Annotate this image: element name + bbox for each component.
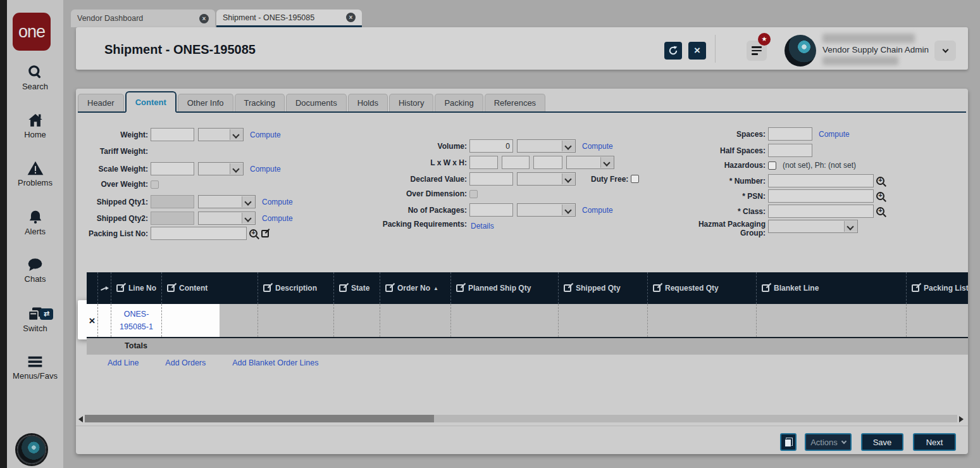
hazmat-number-input[interactable]	[768, 174, 874, 187]
grid-header-content[interactable]: Content	[162, 272, 258, 304]
grid-header-line-no[interactable]: Line No	[111, 272, 162, 304]
length-input[interactable]	[469, 156, 498, 169]
declared-value-currency-select[interactable]	[517, 172, 576, 186]
tab-header[interactable]: Header	[78, 94, 124, 111]
sidebar-item-problems[interactable]: Problems	[7, 160, 63, 187]
grid-header-shipped-qty[interactable]: Shipped Qty	[559, 272, 648, 304]
grid-row[interactable]: × ONES-195085-1	[87, 304, 968, 338]
window-tab-vendor-dashboard[interactable]: Vendor Dashboard ×	[71, 9, 215, 27]
edit-column-icon[interactable]	[653, 284, 661, 292]
refresh-button[interactable]	[664, 42, 682, 60]
next-button[interactable]: Next	[913, 433, 956, 451]
scale-weight-input[interactable]	[151, 162, 194, 175]
volume-compute-link[interactable]: Compute	[582, 142, 613, 151]
packing-list-lookup-icon[interactable]	[249, 229, 257, 237]
scrollbar-thumb[interactable]	[85, 415, 434, 422]
grid-header-description[interactable]: Description	[258, 272, 334, 304]
close-tab-icon[interactable]: ×	[346, 13, 356, 22]
height-input[interactable]	[533, 156, 562, 169]
actions-button[interactable]: Actions	[805, 433, 852, 451]
edit-column-icon[interactable]	[385, 284, 393, 292]
class-input[interactable]	[768, 205, 874, 218]
shipped-qty2-uom-select[interactable]	[198, 212, 256, 225]
sidebar-item-home[interactable]: Home	[7, 111, 63, 139]
edit-column-icon[interactable]	[167, 284, 175, 292]
width-input[interactable]	[502, 156, 530, 169]
sidebar-item-chats[interactable]: Chats	[7, 256, 63, 284]
tab-history[interactable]: History	[389, 94, 433, 111]
scroll-left-arrow-icon[interactable]	[78, 416, 83, 422]
tab-documents[interactable]: Documents	[286, 94, 347, 111]
edit-column-icon[interactable]	[263, 284, 271, 292]
add-blanket-order-lines-link[interactable]: Add Blanket Order Lines	[232, 358, 318, 367]
tab-holds[interactable]: Holds	[348, 94, 388, 111]
save-button[interactable]: Save	[861, 433, 903, 451]
horizontal-scrollbar[interactable]	[78, 414, 964, 423]
edit-column-icon[interactable]	[116, 284, 124, 292]
packing-list-open-icon[interactable]	[261, 230, 269, 237]
delete-row-icon[interactable]: ×	[89, 315, 96, 326]
close-tab-icon[interactable]: ×	[199, 14, 209, 23]
tab-content[interactable]: Content	[125, 91, 177, 113]
volume-input[interactable]: 0	[469, 139, 513, 153]
line-no-link[interactable]: ONES-195085-1	[117, 308, 156, 333]
sidebar-item-alerts[interactable]: Alerts	[7, 208, 63, 236]
close-page-button[interactable]: ×	[688, 42, 706, 60]
window-tab-shipment[interactable]: Shipment - ONES-195085 ×	[216, 9, 362, 27]
switch-badge-icon[interactable]: ⇄	[40, 308, 53, 320]
shipped-qty1-compute-link[interactable]: Compute	[262, 198, 293, 206]
edit-column-icon[interactable]	[912, 284, 919, 292]
copy-document-button[interactable]	[780, 433, 797, 451]
class-lookup-icon[interactable]	[876, 207, 884, 215]
weight-input[interactable]	[151, 128, 194, 141]
duty-free-checkbox[interactable]	[631, 175, 639, 183]
grid-header-packing-list-no[interactable]: Packing List No	[907, 272, 968, 304]
scale-weight-compute-link[interactable]: Compute	[250, 165, 281, 174]
user-menu-button[interactable]	[934, 41, 956, 61]
weight-compute-link[interactable]: Compute	[250, 130, 281, 139]
scroll-right-arrow-icon[interactable]	[959, 416, 964, 422]
lwh-uom-select[interactable]	[566, 156, 614, 169]
add-orders-link[interactable]: Add Orders	[165, 358, 206, 367]
no-of-packages-compute-link[interactable]: Compute	[582, 206, 613, 215]
psn-input[interactable]	[768, 189, 874, 203]
shipped-qty2-compute-link[interactable]: Compute	[262, 214, 293, 223]
grid-header-planned-ship-qty[interactable]: Planned Ship Qty	[451, 272, 559, 304]
psn-lookup-icon[interactable]	[876, 192, 884, 200]
sidebar-item-search[interactable]: Search	[7, 63, 63, 91]
spaces-compute-link[interactable]: Compute	[819, 130, 850, 139]
hazardous-checkbox[interactable]	[768, 161, 776, 170]
no-of-packages-input[interactable]	[469, 203, 513, 217]
packing-list-no-input[interactable]	[151, 227, 247, 240]
edit-column-icon[interactable]	[339, 284, 347, 292]
one-logo[interactable]: one	[13, 13, 51, 51]
declared-value-input[interactable]	[469, 172, 513, 186]
tab-other-info[interactable]: Other Info	[178, 94, 233, 111]
spaces-input[interactable]	[768, 127, 812, 141]
tab-packing[interactable]: Packing	[435, 94, 483, 111]
hazmat-group-select[interactable]	[768, 220, 858, 233]
no-of-packages-uom-select[interactable]	[517, 203, 576, 217]
weight-uom-select[interactable]	[198, 128, 244, 141]
grid-header-state[interactable]: State	[334, 272, 380, 304]
grid-header-order-no[interactable]: Order No▲	[380, 272, 451, 304]
edit-column-icon[interactable]	[456, 284, 464, 292]
scale-weight-uom-select[interactable]	[198, 162, 244, 175]
grid-header-blanket-line[interactable]: Blanket Line	[757, 272, 907, 304]
sidebar-item-switch[interactable]: Switch	[7, 305, 63, 333]
hazmat-number-lookup-icon[interactable]	[876, 177, 884, 185]
volume-uom-select[interactable]	[517, 139, 576, 153]
user-avatar[interactable]	[785, 35, 816, 66]
sidebar-item-menus-favs[interactable]: Menus/Favs	[7, 353, 63, 381]
grid-header-requested-qty[interactable]: Requested Qty	[648, 272, 757, 304]
edit-column-icon[interactable]	[564, 284, 571, 292]
tab-tracking[interactable]: Tracking	[235, 94, 285, 111]
grid-header-edit-rows[interactable]	[98, 272, 111, 304]
add-line-link[interactable]: Add Line	[108, 358, 139, 367]
bottom-avatar[interactable]	[17, 435, 46, 464]
packing-requirements-details-link[interactable]: Details	[471, 222, 494, 231]
shipped-qty1-uom-select[interactable]	[198, 195, 256, 208]
half-spaces-input[interactable]	[768, 144, 812, 157]
tab-references[interactable]: References	[485, 94, 545, 111]
edit-column-icon[interactable]	[762, 284, 769, 292]
